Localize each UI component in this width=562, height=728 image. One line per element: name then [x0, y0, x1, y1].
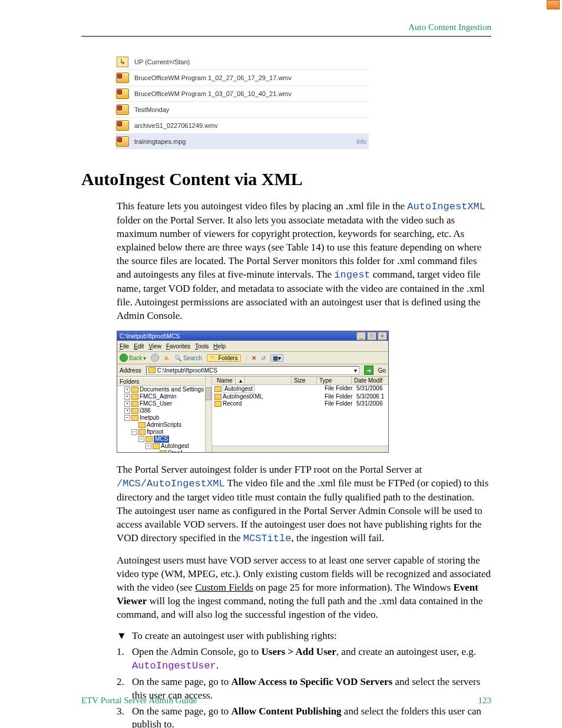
- views-icon[interactable]: ▦▾: [270, 354, 283, 362]
- filelist-figure: ↳UP (Current=/Stan)BruceOfficeWM Program…: [115, 54, 369, 149]
- search-button[interactable]: 🔍 Search: [174, 355, 201, 361]
- expand-icon[interactable]: −: [131, 429, 137, 435]
- list-item[interactable]: archiveS1_0227061249.wmv: [115, 118, 369, 134]
- max-button-icon[interactable]: □: [367, 332, 376, 340]
- min-button-icon[interactable]: _: [356, 332, 366, 340]
- task-heading: ▼ To create an autoingest user with publ…: [81, 630, 491, 642]
- folder-icon: [131, 401, 138, 407]
- go-button[interactable]: ➔: [364, 365, 373, 375]
- col-date[interactable]: Date Modif: [352, 377, 388, 384]
- explorer-addressbar[interactable]: Address C:\Inetpub\ftproot\MCS ▾ ➔ Go: [117, 364, 388, 377]
- folders-button[interactable]: 📁 Folders: [207, 354, 241, 362]
- file-row[interactable]: RecordFile Folder5/31/2006: [212, 400, 388, 407]
- file-type: File Folder: [325, 400, 356, 407]
- explorer-title: C:\Inetpub\ftproot\MCS: [120, 333, 180, 340]
- folder-icon: [146, 436, 153, 442]
- expand-icon[interactable]: −: [146, 443, 151, 449]
- chevron-down-icon: ▾: [143, 355, 146, 361]
- expand-icon[interactable]: −: [138, 436, 144, 442]
- explorer-figure: C:\Inetpub\ftproot\MCS _ □ × FileEditVie…: [117, 331, 389, 453]
- tree-node[interactable]: −AutoIngest: [146, 443, 211, 450]
- list-item[interactable]: BruceOfficeWM Program 1_02_27_06_17_29_1…: [115, 70, 369, 86]
- menu-favorites[interactable]: Favorites: [166, 343, 190, 350]
- delete-icon[interactable]: ✕: [252, 355, 256, 361]
- undo-icon[interactable]: ↺: [261, 355, 266, 361]
- explorer-titlebar: C:\Inetpub\ftproot\MCS _ □ ×: [117, 331, 388, 341]
- file-type: File Folder: [325, 385, 356, 393]
- list-item[interactable]: ↳UP (Current=/Stan): [115, 54, 369, 70]
- step-number: 3.: [117, 705, 132, 729]
- tree-node[interactable]: −MCS: [138, 436, 211, 443]
- tree-label: Stan1: [168, 450, 183, 452]
- explorer-menubar[interactable]: FileEditViewFavoritesToolsHelp: [117, 341, 388, 352]
- address-input[interactable]: C:\Inetpub\ftproot\MCS ▾: [146, 366, 359, 375]
- menu-view[interactable]: View: [148, 343, 161, 350]
- file-size: [305, 400, 325, 407]
- folder-icon: [131, 394, 138, 400]
- file-name: AutoIngestXML: [214, 393, 305, 400]
- file-row[interactable]: AutoIngestXMLFile Folder5/3/2006 1: [212, 393, 388, 400]
- explorer-toolbar[interactable]: Back ▾ ⮝ 🔍 Search 📁 Folders | ✕ ↺ ▦▾: [117, 352, 388, 364]
- folder-icon: [153, 443, 160, 449]
- menu-edit[interactable]: Edit: [134, 343, 144, 350]
- file-date: 5/31/2006: [356, 400, 388, 407]
- expand-icon[interactable]: +: [124, 408, 130, 414]
- expand-icon[interactable]: +: [124, 401, 130, 407]
- list-item[interactable]: BruceOfficeWM Program 1_03_07_06_10_40_2…: [115, 86, 369, 102]
- chevron-down-icon[interactable]: ▾: [354, 367, 357, 374]
- column-headers[interactable]: Name ▴ Size Type Date Modif: [212, 377, 388, 385]
- tree-label: FMCS_Admin: [140, 393, 176, 400]
- tree-title: Folders: [120, 378, 139, 385]
- tree-node[interactable]: +i386: [124, 407, 211, 414]
- col-name[interactable]: Name ▴: [212, 377, 292, 384]
- menu-file[interactable]: File: [120, 343, 129, 350]
- task-title: To create an autoingest user with publis…: [132, 630, 337, 642]
- steps-list: 1.Open the Admin Console, go to Users > …: [81, 645, 491, 728]
- link-custom-fields[interactable]: Custom Fields: [195, 582, 253, 593]
- folder-icon: [115, 103, 130, 116]
- back-button[interactable]: Back ▾: [120, 354, 146, 362]
- expand-icon[interactable]: −: [124, 415, 130, 421]
- h-scrollbar[interactable]: [212, 446, 388, 452]
- menu-help[interactable]: Help: [213, 343, 226, 350]
- forward-icon[interactable]: [151, 354, 159, 362]
- file-pane[interactable]: Name ▴ Size Type Date Modif AutoIngestFi…: [212, 377, 388, 452]
- tree-node[interactable]: AdminScripts: [131, 421, 211, 429]
- tree-label: AdminScripts: [147, 421, 181, 429]
- file-type: File Folder: [325, 393, 356, 400]
- tree-node[interactable]: −Inetpub: [124, 414, 211, 421]
- folder-icon: [214, 401, 222, 407]
- tree-label: ftproot: [147, 429, 163, 436]
- folder-icon: [148, 367, 156, 373]
- tree-node[interactable]: +Documents and Settings: [124, 386, 211, 393]
- menu-tools[interactable]: Tools: [195, 343, 209, 350]
- expand-icon[interactable]: +: [124, 394, 130, 400]
- expand-icon[interactable]: +: [124, 387, 130, 393]
- list-item-label: trainingtapes.mpg: [134, 138, 186, 145]
- tree-node[interactable]: +FMCS_User: [124, 400, 211, 407]
- close-button-icon[interactable]: ×: [378, 332, 387, 340]
- footer-page-number: 123: [478, 696, 492, 706]
- footer-guide: ETV Portal Server Admin Guide: [81, 696, 197, 706]
- file-name: AutoIngest: [214, 385, 305, 393]
- up-icon[interactable]: ⮝: [164, 355, 170, 361]
- folder-tree[interactable]: Folders× +Documents and Settings+FMCS_Ad…: [117, 377, 212, 452]
- scrollbar[interactable]: [205, 377, 211, 452]
- folder-icon: [214, 386, 222, 392]
- list-item[interactable]: trainingtapes.mpgInfo: [115, 134, 369, 149]
- col-type[interactable]: Type: [317, 377, 352, 384]
- list-item-label: UP (Current=/Stan): [134, 58, 190, 65]
- col-size[interactable]: Size: [292, 377, 317, 384]
- tree-node[interactable]: Stan1: [153, 450, 211, 452]
- file-size: [305, 385, 325, 393]
- file-row[interactable]: AutoIngestFile Folder5/31/2006: [212, 385, 388, 393]
- folder-icon: [115, 87, 130, 100]
- tree-node[interactable]: +FMCS_Admin: [124, 393, 211, 400]
- tree-label: MCS: [154, 436, 169, 443]
- paragraph-3: Autoingest users must have VOD server ac…: [81, 554, 491, 622]
- list-item-label: archiveS1_0227061249.wmv: [134, 122, 218, 129]
- list-item[interactable]: TestMonday: [115, 102, 369, 118]
- tree-node[interactable]: −ftproot: [131, 429, 211, 436]
- info-label: Info: [356, 139, 369, 145]
- section-heading: AutoIngest Content via XML: [81, 169, 491, 189]
